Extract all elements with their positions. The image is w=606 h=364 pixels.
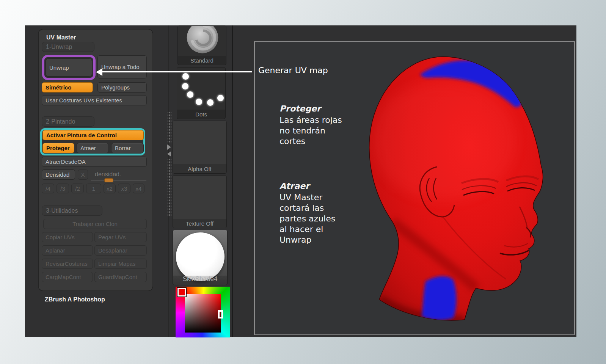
callout-label: Generar UV map: [258, 66, 328, 75]
density-slider-handle[interactable]: [104, 178, 113, 182]
paste-uvs-button[interactable]: Pegar UVs: [94, 232, 147, 242]
attract-from-ao-button[interactable]: AtraerDesdeOA: [42, 157, 147, 167]
unwrap-highlight-ring: Unwrap: [42, 55, 96, 80]
annotation-line: no tendrán: [279, 126, 342, 136]
erase-toggle[interactable]: Borrar: [111, 143, 144, 153]
material-sphere-icon: [176, 232, 225, 281]
density-multiplier-row: /4 /3 /2 1 x2 x3 x4: [42, 184, 147, 193]
annotation-line: cortes: [279, 136, 342, 147]
density-slider[interactable]: [91, 180, 146, 180]
mult-x4-button[interactable]: x4: [133, 184, 144, 193]
mult-div4-button[interactable]: /4: [42, 184, 54, 193]
zbrush-dark-canvas: UV Master 1-Unwrap Unwrap Unwrap a Todo …: [25, 25, 576, 337]
tray-divider-grip-lower[interactable]: [167, 159, 172, 216]
annotation-line: Unwrap: [279, 235, 335, 245]
check-seams-button[interactable]: RevisarCosturas: [42, 259, 93, 269]
mult-x3-button[interactable]: x3: [118, 184, 130, 193]
work-on-clone-button[interactable]: Trabajar con Clon: [43, 219, 147, 229]
tray-divider-grip-upper[interactable]: [167, 112, 172, 144]
section-header-painting: 2-Pintando: [42, 116, 94, 127]
material-name-label: SkinShade4: [173, 275, 227, 283]
annotation-attract: Atraer UV Master cortará las partes azul…: [279, 181, 335, 245]
mult-div3-button[interactable]: /3: [57, 184, 69, 193]
save-control-map-button[interactable]: GuardMapCont: [94, 272, 147, 282]
annotation-line: partes azules: [279, 213, 335, 224]
clean-maps-button[interactable]: Limpiar Mapas: [94, 259, 147, 269]
saturation-value-square[interactable]: [185, 294, 221, 333]
load-control-map-button[interactable]: CargMapCont: [42, 272, 93, 282]
alpha-selector[interactable]: Alpha Off: [173, 121, 227, 174]
polygroups-toggle[interactable]: Polygroups: [97, 82, 147, 93]
mult-x2-button[interactable]: x2: [104, 184, 116, 193]
stroke-selector-dots[interactable]: Dots: [177, 67, 226, 119]
annotation-protect-title: Proteger: [279, 104, 342, 114]
material-selector-skinshade4[interactable]: SkinShade4: [173, 230, 228, 285]
annotation-attract-title: Atraer: [279, 181, 335, 191]
unwrap-all-button[interactable]: Unwrap a Todo: [97, 55, 147, 78]
brush-name-label: Standard: [178, 57, 226, 64]
unwrap-button[interactable]: Unwrap: [46, 58, 92, 77]
divider-arrow-left-icon[interactable]: [167, 151, 171, 157]
uv-master-panel: UV Master 1-Unwrap Unwrap Unwrap a Todo …: [38, 29, 153, 291]
annotation-protect: Proteger Las áreas rojas no tendrán cort…: [279, 104, 342, 147]
annotation-line: Las áreas rojas: [279, 115, 342, 126]
use-existing-seams-button[interactable]: Usar Costuras UVs Existentes: [42, 95, 147, 105]
panel-title: UV Master: [46, 34, 76, 41]
texture-selector[interactable]: Texture Off: [173, 175, 227, 228]
annotation-line: cortará las: [279, 203, 335, 213]
mult-1-button[interactable]: 1: [86, 184, 101, 193]
protect-toggle[interactable]: Proteger: [42, 143, 74, 153]
annotation-line: al hacer el: [279, 224, 335, 235]
unflatten-button[interactable]: Desaplanar: [94, 245, 147, 256]
standard-brush-icon: [185, 25, 220, 55]
color-cursor-icon[interactable]: [218, 310, 223, 318]
mult-div2-button[interactable]: /2: [71, 184, 84, 193]
callout-arrow-icon: [96, 68, 102, 76]
current-color-swatch[interactable]: [177, 287, 187, 297]
density-x-button[interactable]: X: [78, 169, 88, 180]
enable-control-painting-toggle[interactable]: Activar Pintura de Control: [42, 130, 144, 140]
alpha-name-label: Alpha Off: [173, 166, 226, 172]
brush-selector-standard[interactable]: Standard: [177, 25, 226, 65]
divider-arrow-right-icon[interactable]: [167, 144, 171, 150]
section-header-unwrap: 1-Unwrap: [42, 42, 94, 52]
callout-arrow-line: [102, 71, 252, 72]
annotation-line: UV Master: [279, 192, 335, 203]
color-picker[interactable]: [176, 287, 230, 337]
flatten-button[interactable]: Aplanar: [42, 245, 93, 256]
copy-uvs-button[interactable]: Copiar UVs: [42, 232, 93, 242]
attract-toggle[interactable]: Atraer: [77, 143, 109, 153]
density-button[interactable]: Densidad: [42, 169, 75, 180]
density-slider-label: densidad.: [92, 169, 149, 179]
section-header-utilities: 3-Utilidades: [42, 206, 102, 216]
zbrush-to-photoshop-link[interactable]: ZBrush A Photoshop: [45, 296, 105, 303]
stroke-name-label: Dots: [177, 111, 225, 118]
texture-name-label: Texture Off: [173, 220, 226, 227]
symmetric-toggle[interactable]: Simétrico: [42, 82, 93, 93]
